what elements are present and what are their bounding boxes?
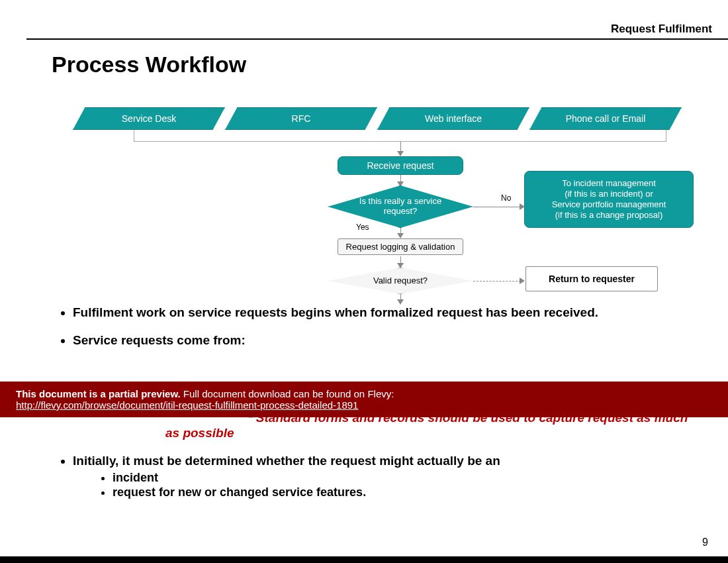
arrowhead-down-icon [397, 233, 404, 238]
bullet-2-text: Service requests come from: [73, 333, 246, 347]
step-logging-validation: Request logging & validation [338, 238, 463, 255]
decision-text: Valid request? [353, 276, 447, 286]
box-return-requester: Return to requester [525, 266, 658, 291]
bullet-3-sub-1: incident [113, 470, 702, 486]
step-receive-request: Receive request [338, 156, 463, 175]
section-header: Request Fulfilment [611, 23, 712, 36]
page-number: 9 [702, 537, 708, 548]
decision-service-request: Is this really a service request? [328, 185, 473, 228]
page-title: Process Workflow [52, 52, 246, 77]
arrowhead-down-icon [397, 151, 404, 156]
preview-banner: This document is a partial preview. Full… [0, 382, 728, 417]
input-phone-email: Phone call or Email [529, 107, 682, 130]
bullet-3-text: Initially, it must be determined whether… [73, 454, 500, 468]
preview-bold: This document is a partial preview. [16, 388, 181, 399]
input-rfc: RFC [225, 107, 377, 130]
preview-link[interactable]: http://flevy.com/browse/document/itil-re… [16, 399, 358, 411]
bullet-1: Fulfilment work on service requests begi… [73, 305, 702, 321]
input-service-desk: Service Desk [73, 107, 225, 130]
decision-text: Is this really a service request? [328, 197, 473, 217]
header-rule [26, 38, 728, 40]
workflow-diagram: Service Desk RFC Web interface Phone cal… [46, 99, 708, 305]
input-web: Web interface [377, 107, 529, 130]
arrow-dashed [473, 281, 521, 282]
preview-rest: Full document download can be found on F… [181, 388, 394, 399]
bullet-3: Initially, it must be determined whether… [73, 453, 702, 500]
decision-valid-request: Valid request? [328, 268, 473, 294]
arrowhead-right-icon [520, 278, 525, 284]
label-yes: Yes [356, 223, 369, 232]
arrowhead-down-icon [397, 299, 404, 305]
footer-bar [0, 556, 728, 563]
box-incident-mgmt: To incident management (if this is an in… [524, 171, 694, 228]
input-connector [134, 130, 666, 142]
arrow [473, 207, 521, 207]
label-no: No [501, 193, 511, 203]
bullet-3-sub-2: request for new or changed service featu… [113, 485, 702, 500]
